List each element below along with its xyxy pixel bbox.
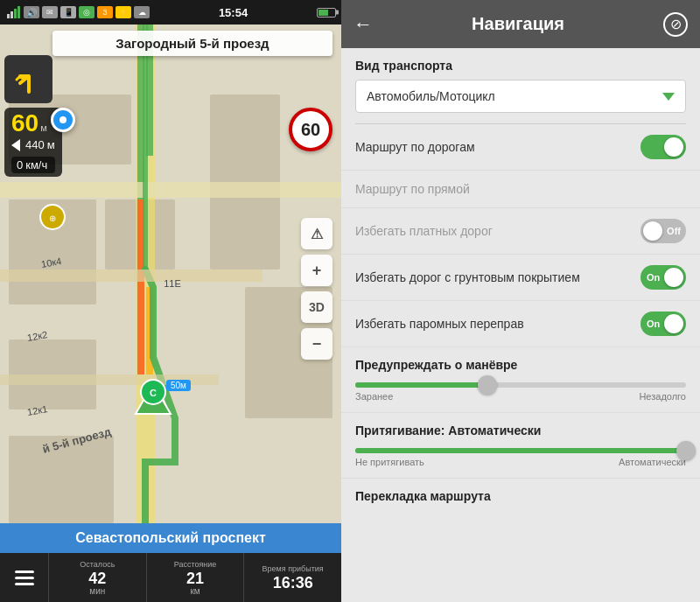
snapping-section: Притягивание: Автоматически Не притягива… bbox=[341, 413, 700, 479]
svg-rect-13 bbox=[0, 182, 341, 198]
maneuver-title: Предупреждать о манёвре bbox=[355, 358, 686, 372]
snapping-slider-thumb[interactable] bbox=[676, 441, 696, 460]
avoid-ground-knob bbox=[664, 268, 683, 287]
avoid-ground-on-label: On bbox=[647, 272, 660, 283]
lightning-icon: ⚡ bbox=[116, 6, 131, 18]
mail-icon: ✉ bbox=[42, 6, 58, 18]
gps-location-dot bbox=[51, 108, 75, 132]
zoom-out-btn[interactable]: − bbox=[301, 328, 332, 360]
settings-icon-btn[interactable] bbox=[663, 12, 688, 37]
route-by-roads-toggle[interactable] bbox=[640, 135, 686, 159]
route-by-roads-label: Маршрут по дорогам bbox=[355, 139, 640, 155]
status-bar: 🔊 ✉ 📱 ◎ 3 ⚡ ☁ 15:54 bbox=[0, 0, 341, 24]
signal-icon bbox=[5, 6, 21, 18]
nav-info: Осталось 42 мин Расстояние 21 км Время п… bbox=[49, 553, 341, 602]
maneuver-right-label: Незадолго bbox=[639, 391, 686, 402]
nav-eta: Время прибытия 16:36 bbox=[244, 553, 341, 602]
avoid-ferry-knob bbox=[664, 314, 683, 333]
settings-content[interactable]: Вид транспорта Автомобиль/Мотоцикл Маршр… bbox=[341, 48, 700, 602]
route-straight-label: Маршрут по прямой bbox=[355, 181, 686, 197]
avoid-ferry-toggle[interactable]: On bbox=[640, 312, 686, 336]
avoid-ferry-on-label: On bbox=[647, 318, 660, 329]
snapping-slider-fill bbox=[355, 448, 686, 453]
reroute-placeholder bbox=[341, 503, 700, 531]
hamburger-icon bbox=[15, 570, 34, 585]
route-by-roads-row: Маршрут по дорогам bbox=[341, 124, 700, 171]
snapping-slider-labels: Не притягивать Автоматически bbox=[355, 457, 686, 467]
warning-btn[interactable]: ⚠ bbox=[301, 218, 332, 249]
reroute-title: Перекладка маршрута bbox=[341, 479, 700, 503]
avoid-ground-row: Избегать дорог с грунтовым покрытием On bbox=[341, 255, 700, 301]
transport-selected: Автомобиль/Мотоцикл bbox=[367, 89, 495, 103]
avoid-toll-label: Избегать платных дорог bbox=[355, 223, 640, 239]
transport-dropdown[interactable]: Автомобиль/Мотоцикл bbox=[355, 80, 686, 113]
svg-rect-14 bbox=[0, 270, 262, 282]
transport-section: Вид транспорта Автомобиль/Мотоцикл bbox=[341, 48, 700, 113]
settings-header: ← Навигация bbox=[341, 0, 700, 48]
map-label-11e: 11Е bbox=[164, 278, 181, 289]
cloud-icon: ☁ bbox=[134, 6, 150, 18]
current-speed-unit: км/ч bbox=[25, 158, 47, 172]
avoid-toll-toggle[interactable]: Off bbox=[640, 219, 686, 243]
menu-button[interactable] bbox=[0, 553, 49, 602]
map-roads-svg: й 5-й проезд ⊕ С bbox=[0, 24, 341, 553]
avoid-toll-off-label: Off bbox=[667, 226, 681, 236]
route-by-roads-knob bbox=[664, 137, 683, 157]
street-name-bottom: Севастопольский проспект bbox=[0, 523, 341, 553]
speed-unit: м bbox=[40, 122, 47, 133]
dist-marker: 50м bbox=[166, 380, 191, 391]
speed-limit: 60 bbox=[289, 108, 332, 151]
dropdown-arrow-icon bbox=[662, 93, 675, 101]
3d-btn[interactable]: 3D bbox=[301, 291, 332, 323]
back-button[interactable]: ← bbox=[354, 13, 373, 36]
avoid-ground-label: Избегать дорог с грунтовым покрытием bbox=[355, 270, 640, 285]
dist-value: 440 bbox=[25, 138, 45, 151]
zoom-in-btn[interactable]: + bbox=[301, 255, 332, 286]
route-straight-row: Маршрут по прямой bbox=[341, 171, 700, 208]
transport-label: Вид транспорта bbox=[355, 59, 686, 73]
notification-icon: 3 bbox=[97, 6, 113, 18]
phone-icon: 📱 bbox=[60, 6, 76, 18]
avoid-ground-toggle[interactable]: On bbox=[640, 265, 686, 290]
avoid-toll-row: Избегать платных дорог Off bbox=[341, 208, 700, 255]
maneuver-left-label: Заранее bbox=[355, 391, 393, 402]
map-background[interactable]: й 5-й проезд ⊕ С 10к4 12к2 12к1 11Е 60 bbox=[0, 24, 341, 553]
avoid-ferry-label: Избегать паромных переправ bbox=[355, 316, 640, 332]
dist-next: 440 м bbox=[11, 138, 55, 151]
settings-title: Навигация bbox=[382, 14, 654, 34]
maneuver-slider-track[interactable] bbox=[355, 382, 686, 388]
snapping-title: Притягивание: Автоматически bbox=[355, 424, 686, 438]
maneuver-slider-fill bbox=[355, 382, 487, 388]
nav-distance: Расстояние 21 км bbox=[147, 553, 245, 602]
status-right bbox=[317, 8, 336, 18]
turn-arrow bbox=[4, 55, 52, 103]
snapping-right-label: Автоматически bbox=[619, 457, 686, 467]
bottom-nav: Осталось 42 мин Расстояние 21 км Время п… bbox=[0, 553, 341, 602]
status-time: 15:54 bbox=[219, 6, 248, 19]
current-speed: 0 км/ч bbox=[11, 157, 55, 173]
svg-text:⊕: ⊕ bbox=[49, 214, 56, 223]
battery-icon bbox=[317, 8, 336, 18]
status-icons: 🔊 ✉ 📱 ◎ 3 ⚡ ☁ bbox=[5, 6, 150, 18]
map-panel: 🔊 ✉ 📱 ◎ 3 ⚡ ☁ 15:54 bbox=[0, 0, 341, 602]
maneuver-slider-labels: Заранее Незадолго bbox=[355, 391, 686, 402]
avoid-ferry-row: Избегать паромных переправ On bbox=[341, 301, 700, 347]
svg-text:С: С bbox=[150, 388, 157, 398]
speaker-icon: 🔊 bbox=[24, 6, 39, 18]
gps-icon: ◎ bbox=[79, 6, 94, 18]
snapping-slider-track[interactable] bbox=[355, 448, 686, 453]
street-name-top: Загородный 5-й проезд bbox=[52, 31, 332, 56]
speed-number: 60 bbox=[11, 111, 38, 136]
settings-panel: ← Навигация Вид транспорта Автомобиль/Мо… bbox=[341, 0, 700, 602]
maneuver-section: Предупреждать о манёвре Заранее Незадолг… bbox=[341, 347, 700, 413]
current-speed-value: 0 bbox=[17, 158, 23, 172]
nav-time-remaining: Осталось 42 мин bbox=[49, 553, 147, 602]
maneuver-slider-thumb[interactable] bbox=[478, 375, 497, 395]
dist-unit: м bbox=[47, 138, 55, 151]
map-controls: ⚠ + 3D − bbox=[301, 218, 332, 360]
avoid-toll-knob bbox=[643, 221, 662, 241]
snapping-left-label: Не притягивать bbox=[355, 457, 424, 467]
